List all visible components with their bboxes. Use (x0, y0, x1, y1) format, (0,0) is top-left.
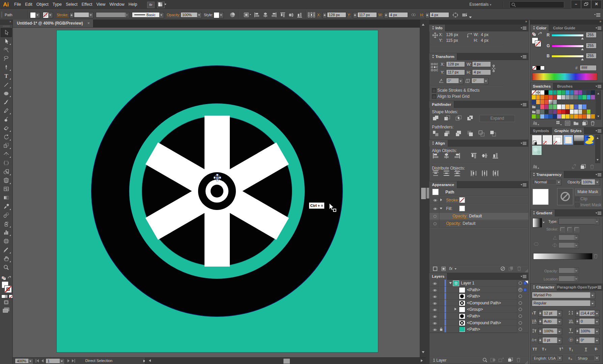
reference-point-icon[interactable] (308, 12, 315, 19)
swatch-61[interactable] (536, 110, 541, 114)
stroke-swatch-caret[interactable] (48, 12, 53, 18)
shape-mode-intersect-icon[interactable] (456, 115, 462, 122)
tab-transparency[interactable]: Transparency (530, 171, 564, 178)
transparency-object-thumbnail[interactable] (532, 189, 549, 205)
layer-lock-icon[interactable] (440, 327, 443, 332)
document-tab-close-icon[interactable]: × (87, 21, 90, 26)
swatch-62[interactable] (540, 110, 545, 114)
align-h-align-left-icon[interactable] (433, 153, 439, 160)
layer-visibility-icon[interactable] (433, 328, 437, 332)
document-tab[interactable]: Untitled-1* @ 400% (RGB/Preview) × (13, 20, 93, 27)
swatch-55[interactable] (574, 104, 578, 109)
gradient-location-field[interactable] (558, 276, 576, 281)
blend-mode-caret[interactable] (556, 179, 561, 185)
stroke-weight-caret[interactable] (89, 12, 93, 18)
swatch-22[interactable] (561, 95, 566, 100)
swatch-64[interactable] (549, 110, 553, 114)
shape-mode-unite-icon[interactable] (433, 115, 439, 122)
color-r-slider[interactable] (551, 34, 584, 37)
color-swap-icon[interactable] (538, 32, 542, 37)
swatch-list-view-icon[interactable] (565, 121, 570, 127)
swatch-19[interactable] (549, 95, 553, 100)
stroke-color-well[interactable] (4, 285, 12, 293)
swatch-18[interactable] (545, 95, 549, 100)
layers-delete-icon[interactable] (516, 358, 521, 363)
tool-pen[interactable] (1, 63, 11, 71)
brush-definition-caret[interactable] (159, 12, 164, 18)
scroll-right-icon[interactable] (421, 359, 424, 362)
layer-visibility-icon[interactable] (433, 281, 437, 286)
layer-thumbnail[interactable] (453, 280, 459, 286)
graphic-style-colorful[interactable] (584, 135, 594, 145)
controlbar-menu-icon[interactable] (594, 13, 600, 17)
distribute-v-dist-top-icon[interactable] (433, 170, 439, 177)
swatch-72[interactable] (582, 110, 587, 114)
graphic-style-teal-texture[interactable] (532, 145, 542, 155)
character-rotation-field[interactable]: 0° (579, 337, 596, 343)
stroke-expand-icon[interactable] (440, 199, 443, 201)
vertical-scroll-thumb[interactable] (421, 187, 426, 200)
clear-appearance-icon[interactable] (500, 266, 505, 272)
tab-color-guide[interactable]: Color Guide (551, 25, 578, 31)
brush-definition-field[interactable]: Basic (132, 12, 161, 18)
layer-visibility-icon[interactable] (433, 314, 437, 319)
swatch-kinds-icon[interactable] (556, 121, 562, 127)
artboard-nav-caret[interactable] (60, 358, 65, 364)
pathfinder-outline-icon[interactable] (478, 130, 485, 138)
color-g-slider-thumb[interactable] (581, 47, 584, 50)
layer-name[interactable]: <Compound Path> (467, 301, 501, 305)
style-delete-icon[interactable] (590, 164, 594, 170)
swatch-12[interactable] (582, 90, 587, 95)
fill-expand-icon[interactable] (440, 208, 442, 211)
new-art-basic-appearance-icon[interactable] (433, 267, 437, 272)
swatch-33[interactable] (545, 100, 549, 104)
menu-select[interactable]: Select (64, 0, 80, 9)
tool-blend[interactable] (1, 211, 11, 219)
char-small-caps-button[interactable]: TT (542, 347, 548, 353)
tool-column-graph[interactable] (1, 228, 11, 237)
appearance-stroke-visibility-icon[interactable] (433, 198, 438, 203)
gradient-opacity-caret[interactable] (574, 268, 579, 274)
transform-reference-point[interactable] (431, 63, 438, 73)
color-b-slider[interactable] (551, 55, 584, 58)
tab-align[interactable]: Align (429, 140, 448, 147)
swatch-26[interactable] (578, 95, 583, 100)
swatch-75[interactable] (532, 114, 536, 119)
panel-menu-icon[interactable] (521, 103, 526, 106)
layer-thumbnail[interactable] (459, 287, 465, 293)
transform-shear-caret[interactable] (484, 78, 489, 84)
zoom-level-caret[interactable] (28, 358, 33, 364)
stroke-weight-label[interactable]: Stroke: (57, 13, 68, 17)
swatch-76[interactable] (536, 114, 541, 119)
cb-y-field[interactable]: 117 px (357, 12, 377, 18)
layer-name[interactable]: <Path> (467, 314, 480, 318)
transform-h-field[interactable]: 4 px (472, 69, 491, 75)
swatch-69[interactable] (570, 110, 574, 114)
menu-type[interactable]: Type (51, 0, 64, 9)
color-white-swatch[interactable] (540, 66, 545, 70)
menu-help[interactable]: Help (127, 0, 139, 9)
add-effect-caret[interactable] (455, 268, 457, 271)
reduce-to-basic-appearance-icon[interactable] (441, 267, 446, 272)
menu-window[interactable]: Window (107, 0, 126, 9)
cb-h-field[interactable]: 4 px (430, 12, 449, 18)
tool-shape-builder[interactable] (1, 168, 11, 176)
font-size-field[interactable]: 12 pt (542, 310, 559, 316)
layer-target-icon[interactable] (518, 288, 522, 292)
distribute-h-dist-center-icon[interactable] (482, 170, 488, 177)
baseline-shift-field[interactable]: 0 pt (542, 337, 559, 343)
swatch-11[interactable] (578, 90, 583, 95)
anchor-handle[interactable] (216, 179, 218, 181)
layer-name[interactable]: <Group> (467, 307, 483, 312)
tool-hand[interactable] (1, 254, 11, 263)
swatch-4[interactable] (549, 90, 553, 95)
align-to-selection-icon[interactable] (243, 12, 251, 19)
char-strikethrough-button[interactable]: T (595, 347, 600, 353)
gradient-stroke-across-icon[interactable] (573, 226, 580, 233)
layer-visibility-icon[interactable] (433, 295, 437, 299)
constrain-proportions-icon[interactable] (411, 12, 416, 19)
align-v-align-bottom-icon[interactable] (492, 153, 498, 160)
swatch-24[interactable] (570, 95, 574, 100)
appearance-opacity1-label[interactable]: Opacity: (453, 214, 467, 219)
layer-thumbnail[interactable] (459, 320, 465, 326)
